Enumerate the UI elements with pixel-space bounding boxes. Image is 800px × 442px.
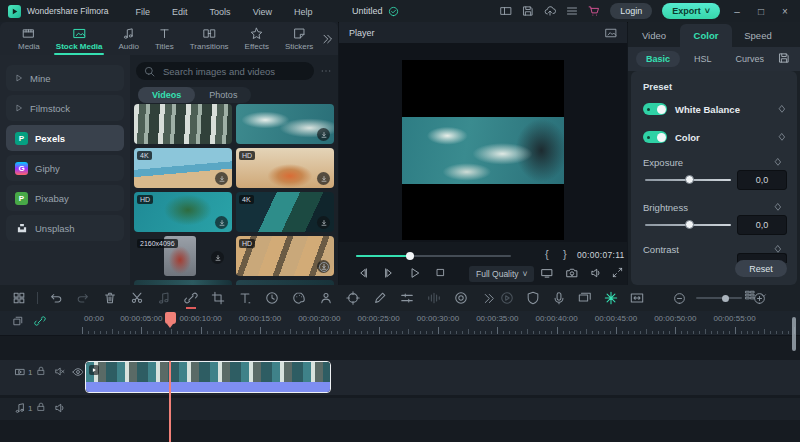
more-tabs-button[interactable] — [321, 33, 333, 45]
hamburger-menu-icon[interactable] — [566, 5, 578, 17]
media-preview-icon[interactable] — [605, 27, 617, 39]
split-button[interactable] — [128, 289, 146, 307]
timeline-ruler[interactable]: 00:0000:00:05:0000:00:10:0000:00:15:0000… — [0, 311, 800, 336]
keyframe-pen-button[interactable] — [371, 289, 389, 307]
mask-button[interactable] — [524, 289, 542, 307]
playhead-marker[interactable] — [165, 312, 176, 324]
cart-icon[interactable] — [588, 5, 600, 17]
download-icon[interactable] — [215, 216, 228, 229]
property-tab-speed[interactable]: Speed — [732, 24, 784, 47]
previous-frame-button[interactable] — [357, 267, 369, 279]
export-button[interactable]: Export˅ — [662, 3, 720, 19]
toggle-switch[interactable] — [643, 103, 667, 115]
tab-audio[interactable]: Audio — [110, 27, 146, 51]
save-preset-icon[interactable] — [778, 52, 790, 64]
chroma-key-button[interactable] — [317, 289, 335, 307]
property-tab-color[interactable]: Color — [680, 24, 732, 47]
sidebar-item-mine[interactable]: Mine — [6, 65, 124, 91]
delete-button[interactable] — [101, 289, 119, 307]
menu-help[interactable]: Help — [283, 7, 324, 17]
media-grid-button[interactable] — [10, 289, 28, 307]
download-icon[interactable] — [317, 128, 330, 141]
audio-wave-button[interactable] — [425, 289, 443, 307]
play-button[interactable] — [409, 267, 421, 279]
save-icon[interactable] — [522, 5, 534, 17]
thumb-ocean-wave[interactable] — [236, 104, 334, 144]
detach-audio-button[interactable] — [155, 289, 173, 307]
quality-dropdown[interactable]: Full Quality˅ — [469, 266, 534, 282]
eye-icon[interactable] — [72, 366, 84, 378]
sidebar-item-pexels[interactable]: PPexels — [6, 125, 124, 151]
close-button[interactable]: × — [778, 6, 792, 17]
lock-icon[interactable] — [36, 366, 46, 376]
thumb-palm-tree[interactable]: HD — [134, 192, 232, 232]
motion-track-button[interactable] — [344, 289, 362, 307]
keyframe-diamond-icon[interactable] — [773, 202, 783, 212]
thumb-coastline[interactable]: 4K — [236, 192, 334, 232]
track-manage-button[interactable] — [744, 289, 768, 301]
stop-button[interactable] — [435, 267, 446, 278]
menu-file[interactable]: File — [125, 7, 162, 17]
menu-view[interactable]: View — [242, 7, 283, 17]
tab-media[interactable]: Media — [10, 27, 48, 51]
download-icon[interactable] — [215, 172, 228, 185]
slider-knob[interactable] — [685, 175, 694, 184]
timeline-zoom-slider[interactable] — [696, 297, 742, 299]
tab-effects[interactable]: Effects — [237, 27, 277, 51]
zoom-knob[interactable] — [722, 295, 729, 302]
keyframe-diamond-icon[interactable] — [773, 157, 783, 167]
reset-button[interactable]: Reset — [735, 260, 787, 277]
more-options-icon[interactable] — [320, 65, 332, 77]
layout-icon[interactable] — [500, 5, 512, 17]
sidebar-item-filmstock[interactable]: Filmstock — [6, 95, 124, 121]
playhead-line[interactable] — [169, 361, 171, 442]
sidebar-item-pixabay[interactable]: PPixabay — [6, 185, 124, 211]
slider-knob[interactable] — [685, 220, 694, 229]
thumb-beach[interactable]: 4K — [134, 148, 232, 188]
color-subtab-hsl[interactable]: HSL — [684, 51, 722, 67]
color-subtab-basic[interactable]: Basic — [636, 51, 680, 67]
maximize-button[interactable]: □ — [754, 6, 768, 17]
record-button[interactable] — [452, 289, 470, 307]
snapshot-icon[interactable] — [12, 315, 24, 327]
lock-icon[interactable] — [36, 402, 46, 412]
timeline-clip[interactable] — [85, 361, 331, 393]
library-tab-photos[interactable]: Photos — [195, 87, 251, 103]
player-progress-knob[interactable] — [406, 252, 414, 260]
render-preview-button[interactable] — [498, 289, 516, 307]
mute-icon[interactable] — [54, 366, 65, 377]
sidebar-item-unsplash[interactable]: Unsplash — [6, 215, 124, 241]
fit-timeline-button[interactable] — [628, 289, 646, 307]
property-tab-video[interactable]: Video — [628, 24, 680, 47]
adjust-value-brightness[interactable]: 0,0 — [737, 215, 787, 235]
keyframe-diamond-icon[interactable] — [777, 132, 787, 142]
sidebar-item-giphy[interactable]: GGiphy — [6, 155, 124, 181]
thumb-camper-van[interactable]: HD — [236, 148, 334, 188]
speed-button[interactable] — [263, 289, 281, 307]
tab-stock-media[interactable]: Stock Media — [48, 27, 111, 51]
auto-ripple-icon[interactable] — [34, 315, 46, 327]
color-palette-button[interactable] — [290, 289, 308, 307]
color-subtab-curves[interactable]: Curves — [726, 51, 775, 67]
download-icon[interactable] — [211, 251, 224, 264]
download-icon[interactable] — [317, 172, 330, 185]
zoom-out-button[interactable] — [670, 289, 688, 307]
cloud-upload-icon[interactable] — [544, 5, 556, 17]
redo-button[interactable] — [74, 289, 92, 307]
undo-button[interactable] — [47, 289, 65, 307]
adjust-button[interactable] — [398, 289, 416, 307]
link-button[interactable] — [182, 289, 200, 307]
library-tab-videos[interactable]: Videos — [138, 87, 195, 103]
camera-snapshot-icon[interactable] — [566, 267, 578, 279]
mark-in-button[interactable]: { — [545, 248, 549, 260]
login-button[interactable]: Login — [610, 3, 652, 19]
thumb-waterfall[interactable] — [134, 104, 232, 144]
display-snapshot-icon[interactable] — [541, 267, 553, 279]
ai-tools-button[interactable] — [602, 289, 620, 307]
info-icon[interactable] — [318, 261, 330, 273]
adjust-slider-brightness[interactable] — [645, 224, 731, 226]
speaker-icon[interactable] — [54, 402, 66, 414]
next-frame-button[interactable] — [383, 267, 395, 279]
menu-tools[interactable]: Tools — [199, 7, 242, 17]
search-bar[interactable] — [136, 62, 314, 80]
